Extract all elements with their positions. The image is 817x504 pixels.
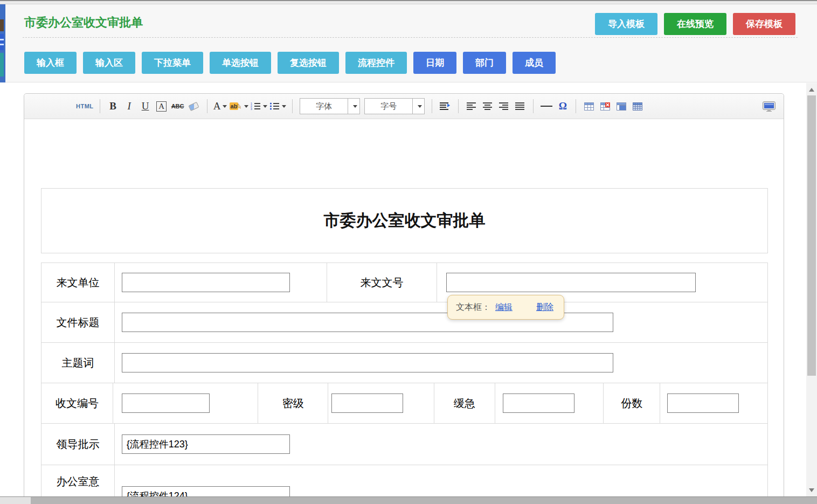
label-receipt-number: 收文编号: [41, 383, 113, 423]
cell-leader-comments: [115, 424, 767, 465]
delete-table-icon[interactable]: [598, 99, 612, 113]
window-top-strip: [0, 0, 817, 4]
table-cell-properties-icon[interactable]: [614, 99, 628, 113]
cell-urgency: [495, 383, 604, 423]
window-bottom-bar: [0, 496, 817, 504]
add-date-button[interactable]: 日期: [413, 52, 456, 74]
ordered-list-icon[interactable]: 1 2 3: [251, 99, 267, 113]
add-member-button[interactable]: 成员: [513, 52, 556, 74]
spacer: [41, 253, 784, 263]
add-radio-button[interactable]: 单选按钮: [210, 52, 271, 74]
align-left-icon[interactable]: [465, 99, 479, 113]
edge-fragment-icon: [0, 53, 4, 77]
highlight-color-icon[interactable]: ab✎: [230, 99, 249, 113]
cell-subject-words: [115, 343, 767, 383]
edge-fragment-icon: [0, 34, 4, 50]
indent-icon[interactable]: [438, 99, 452, 113]
scrollbar-thumb[interactable]: [807, 95, 816, 376]
special-character-icon[interactable]: Ω: [556, 99, 570, 113]
add-department-button[interactable]: 部门: [463, 52, 506, 74]
table-row: 主题词: [41, 342, 768, 383]
scroll-down-icon[interactable]: [806, 485, 817, 495]
label-leader-comments: 领导批示: [41, 424, 115, 465]
edge-fragment-icon: [0, 19, 4, 31]
header-actions: 导入模板 在线预览 保存模板: [595, 13, 795, 35]
receipt-number-input[interactable]: [122, 393, 210, 413]
cell-secrecy-level: [328, 383, 434, 423]
widget-tooltip: 文本框： 编辑 删除: [447, 295, 564, 320]
add-flow-control-button[interactable]: 流程控件: [345, 52, 407, 74]
header: 市委办公室收文审批单 导入模板 在线预览 保存模板 输入框 输入区 下拉菜单 单…: [0, 4, 817, 82]
form-title: 市委办公室收文审批单: [324, 210, 486, 232]
add-dropdown-button[interactable]: 下拉菜单: [142, 52, 203, 74]
content-area: HTML B I U A ABC A ab✎ 1 2: [0, 83, 817, 504]
chevron-down-icon: [348, 99, 359, 114]
table-row: 来文单位 来文文号: [41, 263, 768, 302]
add-checkbox-button[interactable]: 复选按钮: [278, 52, 339, 74]
subject-words-input[interactable]: [122, 353, 613, 372]
unordered-list-icon[interactable]: [269, 99, 286, 113]
toolbar-separator: [432, 99, 432, 113]
remove-format-icon[interactable]: [187, 99, 201, 113]
cell-incoming-unit: [115, 263, 327, 302]
bottom-bar-left-segment: [0, 497, 31, 504]
edit-widget-link[interactable]: 编辑: [495, 302, 513, 313]
fullscreen-icon[interactable]: [762, 99, 776, 113]
cell-document-title: [115, 302, 767, 342]
label-secrecy-level: 密级: [258, 383, 328, 423]
add-textarea-button[interactable]: 输入区: [83, 52, 135, 74]
text-style-icon[interactable]: A: [156, 101, 167, 112]
header-divider: [23, 37, 798, 38]
strikethrough-icon[interactable]: ABC: [171, 99, 185, 113]
toolbar-separator: [576, 99, 576, 113]
chevron-down-icon: [412, 99, 424, 114]
table-row: 文件标题: [41, 302, 768, 343]
delete-widget-link[interactable]: 删除: [536, 302, 553, 313]
leader-comments-input[interactable]: [122, 434, 290, 454]
bold-icon[interactable]: B: [106, 99, 120, 113]
form-title-box: 市委办公室收文审批单: [41, 188, 768, 253]
incoming-unit-input[interactable]: [122, 273, 290, 292]
toolbar-separator: [207, 99, 207, 113]
horizontal-rule-icon[interactable]: [539, 99, 553, 113]
import-template-button[interactable]: 导入模板: [595, 13, 657, 35]
table-properties-icon[interactable]: [631, 99, 645, 113]
toolbar-separator: [100, 99, 100, 113]
source-code-icon[interactable]: HTML: [76, 99, 94, 113]
document-number-input[interactable]: [446, 273, 696, 292]
add-input-box-button[interactable]: 输入框: [24, 52, 77, 74]
editor-toolbar: HTML B I U A ABC A ab✎ 1 2: [24, 94, 784, 119]
left-edge-bar: [0, 4, 5, 82]
label-incoming-unit: 来文单位: [41, 263, 115, 302]
copies-input[interactable]: [667, 393, 739, 413]
align-right-icon[interactable]: [497, 99, 511, 113]
label-document-title: 文件标题: [41, 302, 115, 342]
vertical-scrollbar[interactable]: [806, 83, 817, 496]
label-copies: 份数: [604, 383, 660, 423]
page-title: 市委办公室收文审批单: [24, 15, 143, 31]
toolbar-separator: [292, 99, 293, 113]
editor-document[interactable]: 市委办公室收文审批单 来文单位 来文文号 文件标题: [24, 119, 784, 504]
editor-panel: HTML B I U A ABC A ab✎ 1 2: [24, 93, 784, 504]
align-justify-icon[interactable]: [513, 99, 527, 113]
italic-icon[interactable]: I: [122, 99, 136, 113]
font-color-icon[interactable]: A: [213, 99, 227, 113]
underline-icon[interactable]: U: [139, 99, 153, 113]
toolbar-separator: [533, 99, 534, 113]
insert-table-icon[interactable]: [582, 99, 596, 113]
font-size-select[interactable]: 字号: [364, 98, 425, 114]
urgency-input[interactable]: [503, 393, 574, 413]
template-designer-page: 市委办公室收文审批单 导入模板 在线预览 保存模板 输入框 输入区 下拉菜单 单…: [0, 0, 817, 504]
font-family-select[interactable]: 字体: [300, 98, 360, 114]
toolbar-separator: [458, 99, 459, 113]
align-center-icon[interactable]: [481, 99, 495, 113]
label-subject-words: 主题词: [41, 343, 115, 383]
component-toolbar: 输入框 输入区 下拉菜单 单选按钮 复选按钮 流程控件 日期 部门 成员: [24, 52, 556, 74]
secrecy-level-input[interactable]: [331, 393, 403, 413]
cell-receipt-number: [113, 383, 259, 423]
table-row: 领导批示: [41, 423, 768, 465]
online-preview-button[interactable]: 在线预览: [664, 13, 726, 35]
tooltip-label: 文本框：: [456, 302, 490, 313]
scroll-up-icon[interactable]: [806, 84, 817, 95]
save-template-button[interactable]: 保存模板: [733, 13, 795, 35]
